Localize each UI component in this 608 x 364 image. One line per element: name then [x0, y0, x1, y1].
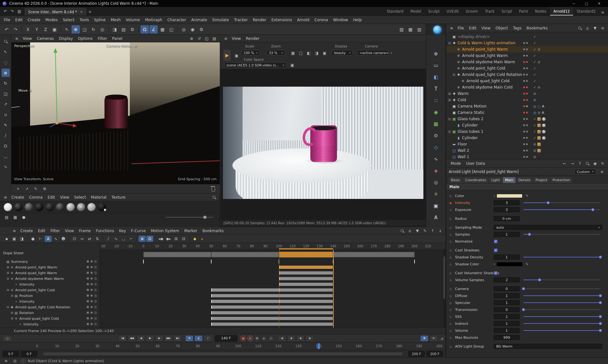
snap-keys-button[interactable]: ⊕	[139, 236, 146, 242]
keyframe-diamond[interactable]: ◇	[449, 294, 455, 298]
mograph-icon[interactable]: ◈	[431, 166, 441, 175]
value-field[interactable]: 2	[494, 277, 520, 282]
spline-interp-icon[interactable]: ∿	[112, 236, 119, 242]
capture-viewport-button[interactable]: ▦	[406, 25, 415, 34]
keyframe-diamond[interactable]: ◇	[449, 233, 455, 236]
slider[interactable]	[523, 278, 600, 282]
alpha-channel-icon[interactable]: □	[297, 50, 304, 56]
timeline-menu-icon[interactable]: ≡	[11, 228, 18, 234]
material-search-button[interactable]	[211, 194, 218, 201]
expand-toggle[interactable]: ⊟	[452, 73, 456, 77]
grab-tool[interactable]: ∪	[2, 110, 10, 119]
visibility-dots[interactable]	[523, 150, 531, 151]
target-tag-icon[interactable]: ◎	[533, 111, 536, 114]
slash-tag-icon[interactable]: ⊘	[538, 111, 541, 114]
value-field[interactable]: 1	[494, 232, 520, 237]
keyframe-diamond[interactable]: ◇	[449, 301, 455, 305]
object-row-cylinder[interactable]: ▮Cylinder✓	[446, 122, 608, 128]
snapshot-button[interactable]: ▣	[233, 52, 240, 59]
undo-icon[interactable]: ↶	[3, 25, 11, 34]
slider[interactable]	[523, 307, 600, 312]
layout-menu-icon[interactable]: ≡	[599, 9, 606, 15]
tab-project[interactable]: Project	[533, 177, 550, 183]
track-visibility-icon[interactable]: ◉	[90, 282, 93, 287]
keying-gear-button[interactable]: ⚙	[254, 336, 260, 341]
value-field[interactable]: 0 cm	[494, 216, 520, 221]
menu-volume[interactable]: Volume	[123, 18, 142, 22]
layout-tab-groom[interactable]: Groom	[462, 7, 482, 15]
slider-knob[interactable]	[547, 201, 550, 204]
timeline-menu-bookmarks[interactable]: Bookmarks	[200, 229, 226, 233]
pen-tool[interactable]: ✎	[2, 121, 10, 129]
menu-window[interactable]: Window	[331, 18, 351, 22]
track-filter-icon[interactable]: ▣	[86, 311, 89, 315]
slider-knob[interactable]	[591, 208, 594, 211]
timeline-menu-f-curve[interactable]: F-Curve	[129, 229, 149, 233]
expand-chevron[interactable]: ›	[494, 194, 495, 198]
home-icon[interactable]: ⌂	[584, 25, 591, 31]
visibility-dots[interactable]	[523, 112, 531, 114]
keyframe[interactable]	[211, 288, 212, 292]
maximize-button[interactable]: ▢	[580, 0, 593, 7]
summary-keyframe[interactable]	[211, 260, 212, 263]
material-5[interactable]	[46, 203, 54, 211]
slider[interactable]	[523, 300, 600, 305]
object-row-warm[interactable]: ⊞✚Warm⊘	[446, 90, 608, 97]
last-used-tool[interactable]: ◎	[98, 25, 106, 34]
arnold-renderview-button[interactable]	[433, 26, 441, 34]
live-selection-tool[interactable]: ↖	[63, 25, 71, 34]
track-visibility-icon[interactable]: ◉	[90, 311, 93, 315]
orbit-view-icon[interactable]: ↺	[196, 35, 203, 42]
material-menu-icon[interactable]: ≡	[2, 194, 9, 201]
check-tag-icon[interactable]: ✓	[533, 73, 536, 77]
expand-toggle[interactable]: ⊞	[447, 98, 452, 102]
slider-knob[interactable]	[522, 287, 525, 290]
layout-tab-arnold12[interactable]: Arnold12	[550, 7, 573, 15]
am-menu-mode[interactable]: Mode	[448, 161, 464, 166]
marker-icon[interactable]: ▸	[199, 236, 206, 242]
object-row-arnold-point-light-cold[interactable]: ☼Arnold point_light Cold✓	[446, 65, 608, 71]
keyframe-diamond[interactable]: ◇	[449, 256, 455, 259]
dot-tag-icon[interactable]: ◌	[538, 105, 541, 108]
tab-light[interactable]: Light	[489, 177, 502, 183]
check-tag-icon[interactable]: ✓	[533, 124, 536, 127]
keyframe-diamond[interactable]: ◇	[449, 249, 455, 252]
summary-keyframe[interactable]	[414, 260, 415, 263]
slash-tag-icon[interactable]: ⊘	[533, 149, 536, 152]
track-expand-toggle[interactable]: ⊟	[6, 305, 10, 309]
rotate-tool-palette[interactable]: ↻	[2, 79, 10, 87]
material-menu-material[interactable]: Material	[88, 195, 109, 200]
A-tag-icon[interactable]: A	[542, 105, 544, 108]
zoom-dropdown[interactable]: 33 %▾	[267, 50, 285, 56]
expand-chevron[interactable]: ›	[494, 262, 495, 266]
check-tag-icon[interactable]: ✓	[533, 54, 536, 58]
set-key-button[interactable]: ◇	[3, 335, 12, 342]
track-bar-arnold-skydome-main-warm[interactable]	[279, 277, 333, 281]
track-bar-arnold-point-light-cold[interactable]	[211, 288, 333, 292]
track-solo-icon[interactable]: Ⓢ	[94, 265, 97, 269]
keyframe-diamond[interactable]: ◇	[449, 322, 455, 325]
track-visibility-icon[interactable]: ◉	[90, 294, 93, 298]
step-interp-icon[interactable]: ⌐	[128, 236, 135, 242]
fcurve-mode-button[interactable]: ∿	[52, 236, 59, 242]
capture-layout-button[interactable]: ▧	[397, 25, 406, 34]
ramp-button[interactable]: ∠	[194, 335, 203, 342]
check-tag-icon[interactable]: ✓	[533, 79, 536, 83]
next-frame-button[interactable]: ▶	[155, 335, 163, 342]
object-row-arnold-quad-light-warm[interactable]: ☼Arnold quad_light Warm✓	[446, 52, 608, 59]
om-menu-tags[interactable]: Tags	[510, 26, 524, 30]
linear-interp-icon[interactable]: ∕	[105, 236, 112, 242]
visibility-dots[interactable]	[523, 67, 531, 69]
simulation-icon[interactable]: ◉	[431, 108, 441, 117]
layout-tab-nodes[interactable]: Nodes	[531, 7, 550, 15]
object-row-arnold-point-light-warm[interactable]: ☼Arnold point_light Warm✓⊘	[446, 46, 608, 52]
slash-tag-icon[interactable]: ⊘	[533, 92, 536, 96]
target-tag-icon[interactable]: ◎	[533, 105, 536, 108]
record-active-objects-button[interactable]: ▸	[261, 336, 267, 341]
slider[interactable]	[523, 207, 600, 212]
layout-tab-model[interactable]: Model	[407, 7, 425, 15]
menu-tracker[interactable]: Tracker	[231, 18, 250, 22]
tab-details[interactable]: Details	[516, 177, 533, 183]
track-intensity[interactable]: •Intensity▣◉Ⓢ	[0, 321, 100, 327]
overview-selection-highlight[interactable]	[279, 252, 333, 257]
